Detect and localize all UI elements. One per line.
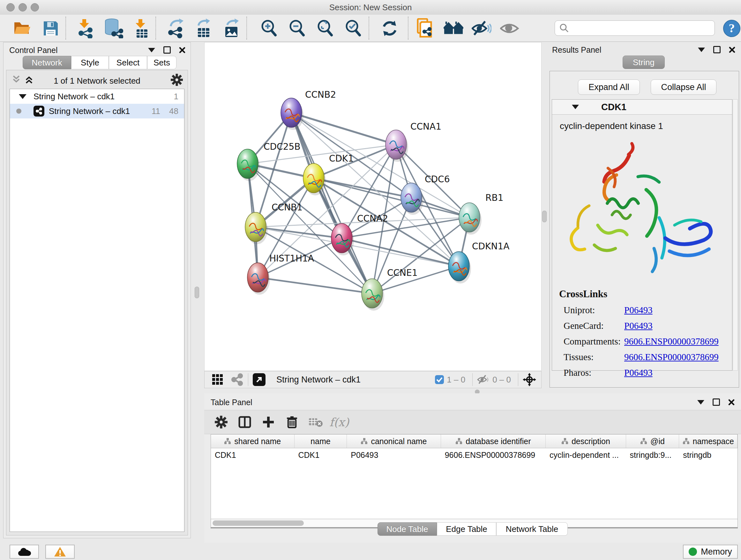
tab-node-table[interactable]: Node Table [378,522,437,536]
network-node-CCNA1[interactable]: CCNA1 [386,121,441,162]
table-panel: Table Panel f(x) shared namenamecanonica… [204,393,741,543]
hide-panel-eye-icon[interactable] [472,18,491,38]
column-header-shared-name[interactable]: shared name [211,435,294,448]
panel-close-icon[interactable] [179,47,185,53]
network-view-toolbar: String Network – cdk1 1 – 0 0 – 0 [204,371,542,388]
network-edge-HIST1H1A-CCNE1[interactable] [258,277,372,294]
collapse-all-button[interactable]: Collapse All [651,79,717,95]
refresh-icon[interactable] [380,18,400,38]
pan-tool-icon[interactable] [523,373,536,386]
add-column-icon[interactable] [257,415,280,429]
column-header-@id[interactable]: @id [626,435,679,448]
import-network-database-icon[interactable] [104,18,123,38]
right-splitter-handle[interactable] [542,211,547,222]
table-cell[interactable]: cyclin-dependent ... [546,448,626,462]
home-networks-icon[interactable] [444,18,463,38]
network-edge-CCNA2-CDKN1A[interactable] [342,238,459,266]
export-image-icon[interactable] [222,18,242,38]
cloud-status-button[interactable] [10,545,39,559]
crosslink-link[interactable]: P06493 [624,305,653,315]
network-edge-CCNB2-CCNE1[interactable] [291,113,372,294]
table-cell[interactable]: stringdb [679,448,738,462]
toolbar-separator [65,17,66,40]
tab-network[interactable]: Network [23,56,71,69]
tab-style[interactable]: Style [71,56,109,69]
network-canvas[interactable]: CCNB2CCNA1CDC25BCDK1CDC6RB1CCNB1CCNA2CDK… [204,42,542,371]
detach-view-icon[interactable] [253,373,266,386]
zoom-fit-icon[interactable] [315,18,335,38]
network-node-RB1[interactable]: RB1 [459,192,503,235]
memory-label: Memory [701,547,732,557]
delete-column-icon[interactable] [280,415,304,429]
control-panel: Control Panel NetworkStyleSelectSets 1 o… [3,42,191,538]
tab-network-table[interactable]: Network Table [496,522,568,536]
save-session-icon[interactable] [41,18,61,38]
table-cell[interactable]: CDK1 [211,448,294,462]
panel-close-icon[interactable] [728,399,735,406]
network-node-CCNE1[interactable]: CCNE1 [361,267,418,311]
tab-sets[interactable]: Sets [147,56,177,69]
section-expander-icon[interactable] [572,105,579,109]
panel-menu-icon[interactable] [698,48,705,52]
memory-button[interactable]: Memory [683,545,738,559]
table-row[interactable]: CDK1CDK1P064939606.ENSP00000378699cyclin… [211,448,738,462]
network-share-icon[interactable] [231,373,244,386]
search-input[interactable] [571,23,715,33]
crosslink-link[interactable]: 9606.ENSP00000378699 [624,352,719,362]
results-scrollbar[interactable] [733,99,738,371]
column-header-namespace[interactable]: namespace [679,435,738,448]
panel-menu-icon[interactable] [697,400,704,405]
panel-float-icon[interactable] [713,398,720,406]
gear-icon[interactable] [171,73,183,86]
delete-table-icon [304,416,327,428]
import-network-file-icon[interactable] [76,18,96,38]
tree-expander-icon[interactable] [19,94,26,99]
network-edge-CDC6-CCNE1[interactable] [372,198,411,294]
crosslink-link[interactable]: 9606.ENSP00000378699 [624,336,719,347]
column-header-description[interactable]: description [546,435,626,448]
help-icon[interactable]: ? [722,18,741,38]
panel-menu-icon[interactable] [148,48,155,52]
show-columns-icon[interactable] [233,415,257,429]
network-edge-CCNB2-CCNA1[interactable] [291,113,396,145]
string-protein-query-icon[interactable] [415,18,435,38]
crosslink-link[interactable]: P06493 [624,320,653,331]
crosslink-link[interactable]: P06493 [624,368,653,378]
tab-edge-table[interactable]: Edge Table [437,522,496,536]
network-row[interactable]: String Network – cdk1 11 48 [10,104,184,118]
zoom-out-icon[interactable] [287,18,307,38]
column-header-canonical-name[interactable]: canonical name [347,435,441,448]
table-cell[interactable]: 9606.ENSP00000378699 [441,448,546,462]
zoom-in-icon[interactable] [259,18,279,38]
export-network-icon[interactable] [166,18,186,38]
import-table-file-icon[interactable] [132,18,152,38]
panel-float-icon[interactable] [163,46,171,54]
tab-select[interactable]: Select [109,56,147,69]
grid-view-icon[interactable] [212,374,224,386]
control-panel-tabs: NetworkStyleSelectSets [23,56,177,69]
expand-all-button[interactable]: Expand All [578,79,640,95]
column-header-name[interactable]: name [294,435,347,448]
tab-string[interactable]: String [623,56,665,69]
zoom-selected-icon[interactable] [343,18,363,38]
table-body: CDK1CDK1P064939606.ENSP00000378699cyclin… [211,448,738,462]
panel-close-icon[interactable] [729,47,735,53]
crosslink-label: Compartments: [563,336,624,347]
show-eye-icon[interactable] [500,18,520,38]
network-collection-row[interactable]: String Network – cdk1 1 [10,89,184,104]
node-section-header[interactable]: CDK1 [552,100,732,115]
table-settings-gear-icon[interactable] [209,415,233,429]
panel-float-icon[interactable] [713,46,721,53]
column-header-database-identifier[interactable]: database identifier [441,435,546,448]
search-box[interactable] [555,20,715,36]
export-table-icon[interactable] [194,18,214,38]
selected-checkbox-icon[interactable] [434,375,444,384]
scrollbar-thumb[interactable] [212,520,304,526]
table-cell[interactable]: CDK1 [294,448,347,462]
table-cell[interactable]: P06493 [347,448,441,462]
table-cell[interactable]: stringdb:9... [626,448,679,462]
warnings-button[interactable] [45,545,75,559]
left-splitter-handle[interactable] [195,287,199,298]
open-session-icon[interactable] [12,18,32,38]
network-node-CDKN1A[interactable]: CDKN1A [448,241,509,284]
